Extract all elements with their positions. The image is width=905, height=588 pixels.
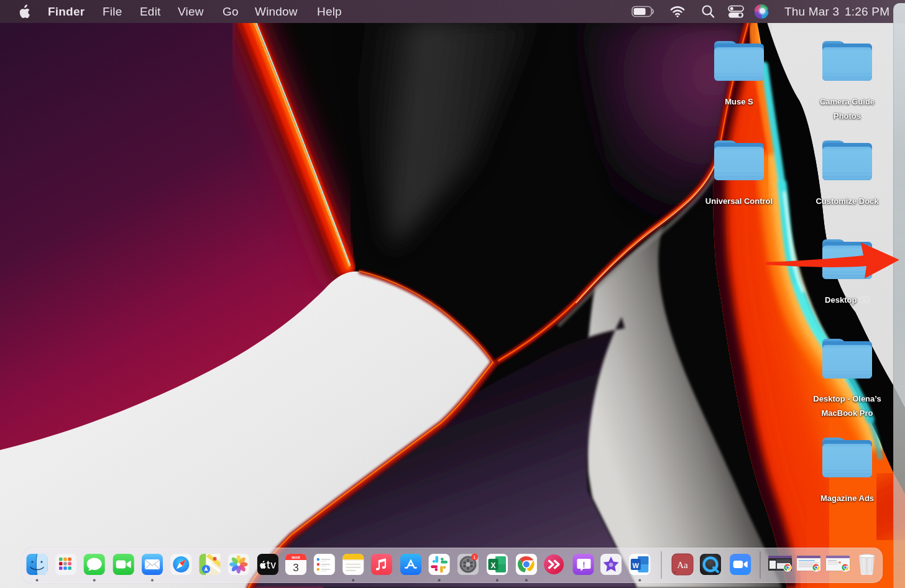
- svg-text:Aa: Aa: [677, 560, 688, 570]
- svg-text:!: !: [582, 560, 585, 569]
- svg-text:X: X: [490, 561, 495, 570]
- svg-text:W: W: [633, 562, 640, 569]
- svg-text:3: 3: [293, 562, 298, 574]
- svg-text:1: 1: [473, 554, 476, 560]
- svg-text:MAR: MAR: [292, 556, 300, 559]
